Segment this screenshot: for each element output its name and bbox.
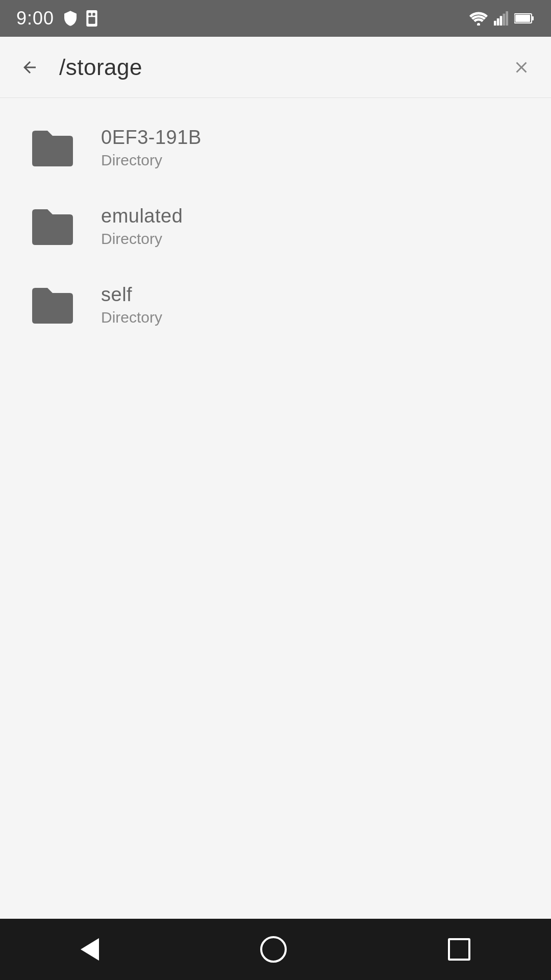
- folder-icon-wrap: [24, 125, 81, 170]
- file-type: Directory: [101, 230, 183, 248]
- svg-rect-2: [92, 13, 95, 15]
- wifi-icon: [469, 11, 488, 26]
- close-icon: [512, 58, 531, 77]
- header-left: /storage: [16, 54, 142, 81]
- folder-icon: [27, 205, 78, 247]
- file-info: 0EF3-191B Directory: [101, 127, 202, 169]
- status-bar-left: 9:00: [16, 8, 99, 29]
- back-button[interactable]: [16, 54, 43, 81]
- nav-bar: [0, 919, 551, 980]
- file-info: emulated Directory: [101, 205, 183, 248]
- folder-icon-wrap: [24, 282, 81, 328]
- file-name: 0EF3-191B: [101, 127, 202, 149]
- file-name: emulated: [101, 205, 183, 227]
- header-title: /storage: [59, 55, 142, 80]
- svg-rect-1: [88, 13, 91, 15]
- file-type: Directory: [101, 309, 162, 326]
- svg-rect-6: [497, 18, 499, 26]
- status-time: 9:00: [16, 8, 54, 29]
- battery-icon: [514, 11, 535, 26]
- svg-rect-9: [506, 11, 508, 26]
- nav-recent-button[interactable]: [440, 930, 479, 969]
- svg-rect-3: [88, 17, 95, 23]
- nav-recent-icon: [448, 938, 470, 961]
- svg-rect-11: [532, 16, 534, 20]
- svg-rect-5: [494, 21, 496, 26]
- close-button[interactable]: [508, 54, 535, 81]
- file-list: 0EF3-191B Directory emulated Directory s…: [0, 98, 551, 919]
- svg-rect-8: [503, 14, 506, 26]
- list-item[interactable]: self Directory: [0, 265, 551, 344]
- nav-back-button[interactable]: [72, 930, 107, 969]
- folder-icon-wrap: [24, 203, 81, 249]
- status-bar: 9:00: [0, 0, 551, 37]
- svg-rect-12: [515, 15, 530, 22]
- status-icons-left: [62, 10, 99, 27]
- nav-back-icon: [81, 938, 99, 961]
- list-item[interactable]: emulated Directory: [0, 187, 551, 265]
- svg-rect-7: [500, 16, 503, 26]
- list-item[interactable]: 0EF3-191B Directory: [0, 108, 551, 187]
- file-type: Directory: [101, 152, 202, 169]
- file-name: self: [101, 284, 162, 306]
- folder-icon: [27, 127, 78, 168]
- nav-home-button[interactable]: [252, 928, 295, 971]
- app-header: /storage: [0, 37, 551, 98]
- sim-icon: [85, 10, 99, 27]
- folder-icon: [27, 284, 78, 326]
- nav-home-icon: [260, 936, 287, 963]
- signal-icon: [494, 11, 508, 26]
- shield-icon: [62, 10, 79, 27]
- svg-point-4: [477, 23, 480, 26]
- back-arrow-icon: [20, 58, 39, 77]
- file-info: self Directory: [101, 284, 162, 326]
- status-icons-right: [469, 11, 535, 26]
